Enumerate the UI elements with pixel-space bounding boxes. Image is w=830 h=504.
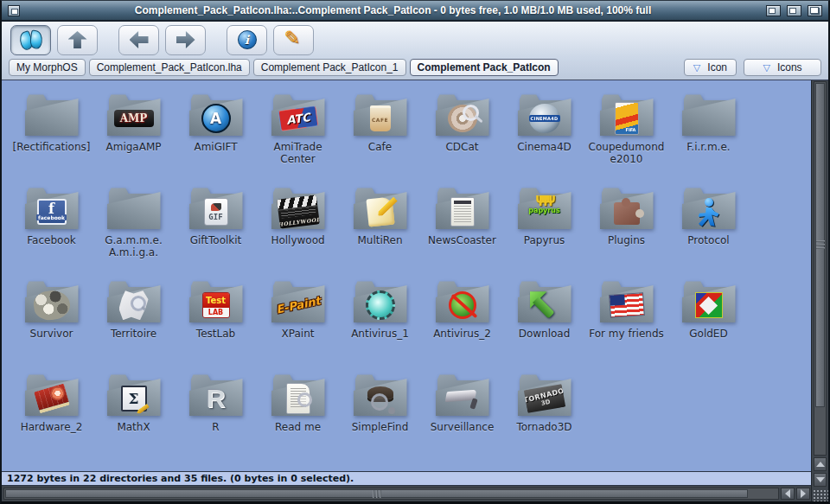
- left-icon: [130, 31, 149, 48]
- folder-icon: CAFE: [353, 93, 408, 137]
- view-dropdown-label: Icons: [777, 61, 802, 73]
- root-button[interactable]: [10, 25, 51, 55]
- folder-item[interactable]: NewsCoaster: [421, 186, 503, 279]
- vscroll-thumb[interactable]: [815, 83, 825, 407]
- folder-item[interactable]: Download: [503, 279, 585, 373]
- c4d-badge-icon: CINEMA4D: [529, 104, 560, 133]
- folder-item[interactable]: G.a.m.m.e. A.m.i.g.a.: [93, 186, 175, 279]
- badge-text: CAFE: [372, 117, 388, 123]
- toolbar: [2, 22, 828, 58]
- folder-icon: A: [188, 93, 244, 137]
- folder-icon: HOLLYWOOD: [271, 186, 326, 231]
- folder-label: Antivirus_2: [433, 328, 491, 340]
- folder-item[interactable]: GoldED: [667, 279, 750, 373]
- folder-item[interactable]: Protocol: [667, 186, 750, 279]
- folder-label: Hollywood: [271, 234, 324, 246]
- folder-label: Facebook: [27, 234, 75, 246]
- triangle-left-icon: [785, 489, 790, 498]
- path-tab[interactable]: My MorphOS: [9, 59, 86, 76]
- path-tab[interactable]: Complement_Pack_PatIcon.lha: [89, 59, 250, 76]
- folder-item[interactable]: papyrusPapyrus: [503, 186, 585, 279]
- right-icon: [176, 31, 195, 48]
- hscroll-track[interactable]: [3, 488, 779, 500]
- folder-item[interactable]: TestLABTestLab: [175, 279, 257, 373]
- folder-item[interactable]: AMPAmigaAMP: [93, 93, 175, 186]
- folder-item[interactable]: Hardware_2: [10, 373, 93, 466]
- dlarrow-badge-icon: [529, 290, 560, 320]
- folder-item[interactable]: Read me: [257, 373, 339, 466]
- folder-label: Download: [519, 328, 571, 340]
- path-tabs: My MorphOSComplement_Pack_PatIcon.lhaCom…: [9, 59, 559, 76]
- badge-text: A: [210, 110, 221, 127]
- iconify-button[interactable]: [766, 5, 781, 16]
- hscroll-thumb[interactable]: [5, 489, 748, 498]
- view-dropdown[interactable]: Icon: [684, 59, 737, 76]
- statusbar: 1272 bytes in 22 directories and 35 file…: [2, 471, 811, 486]
- back-button[interactable]: [118, 25, 159, 55]
- folder-icon: [24, 279, 80, 324]
- news-badge-icon: [450, 197, 475, 226]
- folder-item[interactable]: E-PaintXPaint: [257, 279, 339, 373]
- vertical-scrollbar[interactable]: [811, 80, 828, 501]
- titlebar[interactable]: Complement_Pack_PatIcon.lha:..Complement…: [2, 1, 828, 22]
- gif-badge-icon: GIF: [204, 198, 228, 226]
- folder-item[interactable]: ΣMathX: [93, 373, 175, 466]
- folder-item[interactable]: SimpleFind: [339, 373, 421, 466]
- scroll-left-button[interactable]: [781, 488, 795, 500]
- folder-item[interactable]: CDCat: [421, 93, 503, 186]
- thumb-grip: [816, 247, 825, 249]
- folder-item[interactable]: For my friends: [585, 279, 667, 373]
- usflag-badge-icon: [609, 292, 645, 318]
- folder-item[interactable]: MultiRen: [339, 186, 421, 279]
- close-button[interactable]: [8, 5, 20, 16]
- scroll-right-button[interactable]: [796, 488, 810, 500]
- folder-item[interactable]: ATCAmiTrade Center: [257, 93, 339, 186]
- folder-item[interactable]: CINEMA4DCinema4D: [503, 93, 585, 186]
- folder-item[interactable]: HOLLYWOODHollywood: [257, 186, 339, 279]
- folder-item[interactable]: ffacebookFacebook: [10, 186, 93, 279]
- rename-button[interactable]: [273, 25, 314, 55]
- scroll-down-button[interactable]: [814, 473, 827, 487]
- info-button[interactable]: [227, 25, 267, 55]
- folder-label: NewsCoaster: [428, 234, 496, 246]
- horizontal-scrollbar[interactable]: [2, 486, 811, 501]
- view-dropdown[interactable]: Icons: [744, 59, 821, 76]
- folder-icon: [271, 373, 326, 418]
- folder-item[interactable]: Territoire: [93, 279, 175, 373]
- folder-item[interactable]: CAFECafe: [339, 93, 421, 186]
- folder-item[interactable]: Antivirus_2: [421, 279, 503, 373]
- folder-item[interactable]: FIFACoupedumonde2010: [585, 93, 667, 186]
- folder-label: AmiTrade Center: [257, 141, 339, 165]
- triangle-down-icon: [816, 477, 825, 482]
- resize-grip[interactable]: [812, 488, 828, 501]
- folder-icon: [106, 279, 162, 324]
- runner-badge-icon: [696, 197, 722, 226]
- parent-button[interactable]: [57, 25, 98, 55]
- folder-item[interactable]: GIFGiftToolkit: [175, 186, 257, 279]
- amp-badge-icon: AMP: [114, 110, 154, 127]
- folder-item[interactable]: Surveillance: [421, 373, 503, 466]
- folder-item[interactable]: TORNADO3DTornado3D: [503, 373, 585, 466]
- folder-item[interactable]: F.i.r.m.e.: [667, 93, 750, 186]
- zoom-button[interactable]: [787, 5, 801, 16]
- vscroll-track[interactable]: [814, 81, 827, 456]
- folder-label: R: [212, 421, 219, 433]
- folder-item[interactable]: AAmiGIFT: [175, 93, 257, 186]
- folder-item[interactable]: Plugins: [585, 186, 667, 279]
- folder-item[interactable]: RR: [175, 373, 257, 466]
- folder-label: CDCat: [445, 141, 478, 153]
- folder-item[interactable]: [Rectifications]: [10, 93, 93, 186]
- folder-label: Territoire: [111, 328, 156, 340]
- folder-item[interactable]: Antivirus_1: [339, 279, 421, 373]
- depth-button[interactable]: [808, 5, 822, 16]
- puzzle-badge-icon: [614, 202, 640, 225]
- path-tab[interactable]: Complement Pack_PatIcon_1: [253, 59, 406, 76]
- file-area: [Rectifications]AMPAmigaAMPAAmiGIFTATCAm…: [2, 80, 811, 471]
- rletter-badge-icon: R: [207, 384, 226, 413]
- scroll-up-button[interactable]: [814, 457, 827, 471]
- window-body: [Rectifications]AMPAmigaAMPAAmiGIFTATCAm…: [2, 80, 828, 501]
- folder-item[interactable]: Survivor: [10, 279, 93, 373]
- path-tab[interactable]: Complement Pack_PatIcon: [410, 59, 559, 76]
- triangle-right-icon: [801, 489, 806, 498]
- forward-button[interactable]: [165, 25, 206, 55]
